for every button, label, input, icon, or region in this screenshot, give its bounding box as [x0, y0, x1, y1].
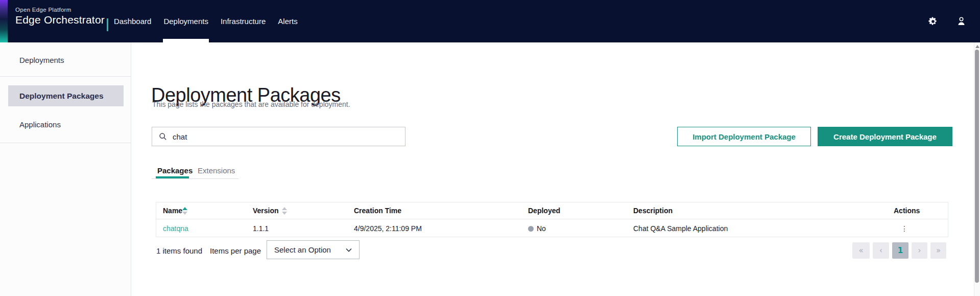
app-window: Open Edge Platform Edge Orchestrator Das… — [0, 0, 980, 296]
vertical-scrollbar-thumb[interactable] — [975, 50, 979, 283]
column-header-creation-time: Creation Time — [354, 202, 401, 219]
deployed-status: No — [528, 220, 546, 237]
items-per-page-select[interactable]: Select an Option — [267, 240, 360, 259]
sort-name-icon[interactable] — [182, 207, 187, 215]
tab-packages[interactable]: Packages — [157, 166, 193, 175]
brand-gradient-strip — [0, 0, 8, 42]
sidebar-divider — [0, 143, 131, 143]
sort-desc-icon — [282, 212, 287, 215]
sort-asc-icon — [182, 207, 187, 210]
create-deployment-package-button[interactable]: Create Deployment Package — [818, 127, 952, 146]
column-header-actions: Actions — [894, 202, 920, 219]
pagination-next-button[interactable]: › — [912, 242, 927, 259]
items-found-label: 1 items found — [156, 246, 202, 255]
sort-asc-icon — [282, 207, 287, 210]
search-field-container — [152, 127, 405, 146]
sort-desc-icon — [182, 212, 187, 215]
table-header-row: Name Version Creation Time Deployed Desc… — [156, 202, 948, 219]
search-input[interactable] — [172, 132, 391, 142]
package-name-link[interactable]: chatqna — [163, 220, 188, 237]
select-value: Select an Option — [274, 245, 331, 254]
deployed-status-label: No — [537, 224, 546, 233]
nav-item-alerts[interactable]: Alerts — [278, 0, 297, 42]
tab-extensions[interactable]: Extensions — [198, 166, 235, 175]
sidebar-item-applications[interactable]: Applications — [0, 113, 131, 135]
column-header-version[interactable]: Version — [253, 202, 279, 219]
sidebar: Deployments Deployment Packages Applicat… — [0, 42, 131, 296]
import-deployment-package-button[interactable]: Import Deployment Package — [677, 127, 811, 146]
pagination-prev-button[interactable]: ‹ — [873, 242, 889, 259]
pagination-page-1-button[interactable]: 1 — [892, 242, 909, 259]
items-per-page-label: Items per page — [210, 246, 261, 255]
top-nav: Dashboard Deployments Infrastructure Ale… — [114, 0, 298, 42]
sidebar-item-deployments[interactable]: Deployments — [0, 49, 131, 71]
sidebar-item-deployment-packages[interactable]: Deployment Packages — [8, 85, 124, 106]
pagination-last-button[interactable]: » — [930, 242, 946, 259]
platform-name: Open Edge Platform — [15, 7, 71, 13]
brand-divider — [107, 18, 108, 31]
sort-version-icon[interactable] — [282, 207, 287, 215]
package-version: 1.1.1 — [253, 220, 269, 237]
package-description: Chat Q&A Sample Application — [633, 220, 728, 237]
packages-table: Name Version Creation Time Deployed Desc… — [156, 202, 948, 237]
sidebar-divider — [0, 76, 131, 77]
pagination-first-button[interactable]: « — [852, 242, 870, 259]
column-header-description: Description — [633, 202, 673, 219]
pagination: « ‹ 1 › » — [852, 242, 946, 259]
package-creation-time: 4/9/2025, 2:11:09 PM — [354, 220, 422, 237]
search-icon — [159, 132, 167, 141]
status-dot-icon — [528, 226, 534, 232]
scrollbar-up-arrow-icon[interactable] — [975, 45, 979, 48]
tab-baseline — [152, 178, 238, 179]
row-actions-overflow-icon[interactable]: ⋮ — [901, 220, 908, 237]
column-header-deployed: Deployed — [528, 202, 560, 219]
nav-item-dashboard[interactable]: Dashboard — [114, 0, 151, 42]
user-account-icon[interactable] — [955, 16, 967, 27]
topbar-icon-group — [927, 0, 967, 42]
column-header-name[interactable]: Name — [163, 202, 182, 219]
nav-item-infrastructure[interactable]: Infrastructure — [221, 0, 266, 42]
page-subtitle: This page lists the packages that are av… — [152, 100, 350, 108]
nav-item-deployments[interactable]: Deployments — [163, 0, 208, 42]
top-navbar: Open Edge Platform Edge Orchestrator Das… — [0, 0, 980, 42]
product-name: Edge Orchestrator — [15, 14, 105, 26]
chevron-down-icon — [345, 247, 352, 253]
settings-gear-icon[interactable] — [927, 16, 939, 27]
